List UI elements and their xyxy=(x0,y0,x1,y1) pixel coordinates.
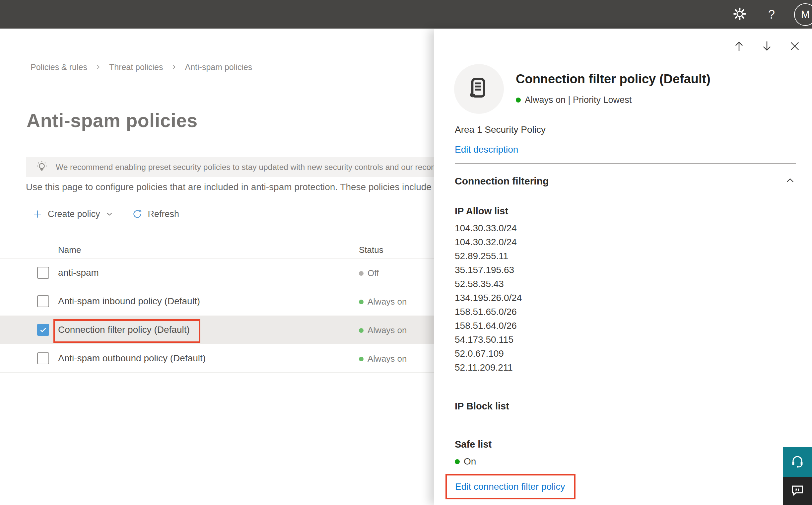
page-description: Use this page to configure policies that… xyxy=(26,182,431,192)
status-badge: Off xyxy=(359,268,379,278)
chevron-right-icon xyxy=(171,62,177,72)
next-item-button[interactable] xyxy=(759,38,775,54)
table-row[interactable]: Anti-spam inbound policy (Default) Alway… xyxy=(0,287,435,316)
status-label: Always on xyxy=(368,354,407,364)
flyout-title: Connection filter policy (Default) xyxy=(516,72,710,86)
status-badge: Always on xyxy=(359,297,407,307)
column-header-name[interactable]: Name xyxy=(58,245,81,255)
close-button[interactable] xyxy=(787,38,803,54)
refresh-label: Refresh xyxy=(148,209,179,219)
gear-icon xyxy=(733,7,747,22)
status-dot-on xyxy=(359,328,364,333)
ip-entry: 52.89.255.11 xyxy=(455,249,522,263)
settings-button[interactable] xyxy=(729,4,750,25)
breadcrumb-threat-policies[interactable]: Threat policies xyxy=(109,62,163,72)
refresh-button[interactable]: Refresh xyxy=(132,209,179,219)
table-row[interactable]: anti-spam Off xyxy=(0,259,435,287)
feedback-button[interactable] xyxy=(783,477,812,505)
ip-entry: 134.195.26.0/24 xyxy=(455,291,522,305)
page-title: Anti-spam policies xyxy=(26,110,198,131)
recommendation-banner: We recommend enabling preset security po… xyxy=(26,157,435,177)
ip-entry: 52.58.35.43 xyxy=(455,277,522,291)
lightbulb-icon xyxy=(35,160,48,175)
status-dot-off xyxy=(359,271,364,276)
divider xyxy=(455,163,796,164)
policy-description: Area 1 Security Policy xyxy=(455,125,546,135)
headset-icon xyxy=(790,454,805,470)
ip-block-list-label: IP Block list xyxy=(455,401,509,412)
policy-name[interactable]: Anti-spam inbound policy (Default) xyxy=(58,296,200,307)
ip-entry: 104.30.33.0/24 xyxy=(455,221,522,235)
status-dot-on xyxy=(455,459,460,464)
plus-icon xyxy=(32,209,42,219)
chevron-up-icon xyxy=(785,175,796,187)
flyout-header-text: Connection filter policy (Default) Alway… xyxy=(516,64,710,114)
policy-name[interactable]: anti-spam xyxy=(58,268,99,278)
row-checkbox-checked[interactable] xyxy=(37,324,49,336)
ip-entry: 35.157.195.63 xyxy=(455,263,522,277)
ip-entry: 52.11.209.211 xyxy=(455,361,522,375)
side-buttons xyxy=(783,447,812,505)
status-dot-on xyxy=(359,357,364,361)
avatar[interactable]: M xyxy=(794,3,812,26)
status-dot-on xyxy=(516,98,521,103)
create-policy-button[interactable]: Create policy xyxy=(32,209,114,219)
ip-entry: 52.0.67.109 xyxy=(455,347,522,361)
status-label: Always on xyxy=(368,297,407,307)
policy-avatar xyxy=(454,64,504,114)
table-header: Name Status xyxy=(0,244,435,259)
feedback-icon xyxy=(790,483,805,499)
policy-name[interactable]: Anti-spam outbound policy (Default) xyxy=(58,353,206,364)
flyout-header: Connection filter policy (Default) Alway… xyxy=(454,64,710,114)
section-title: Connection filtering xyxy=(455,176,549,187)
previous-item-button[interactable] xyxy=(731,38,747,54)
safe-list-status-text: On xyxy=(464,456,476,467)
avatar-initial: M xyxy=(801,8,810,21)
support-button[interactable] xyxy=(783,447,812,477)
ip-entry: 158.51.64.0/26 xyxy=(455,319,522,333)
flyout-status-text: Always on | Priority Lowest xyxy=(525,95,632,105)
section-connection-filtering[interactable]: Connection filtering xyxy=(455,175,796,187)
toolbar: Create policy Refresh xyxy=(32,206,179,222)
status-badge: Always on xyxy=(359,354,407,364)
table-row-selected[interactable]: Connection filter policy (Default) Alway… xyxy=(0,316,435,344)
highlight-box: Edit connection filter policy xyxy=(445,474,576,499)
breadcrumb-anti-spam-policies: Anti-spam policies xyxy=(185,62,252,72)
policy-table: Name Status anti-spam Off Anti-spam inbo… xyxy=(0,244,435,373)
row-checkbox[interactable] xyxy=(37,295,49,307)
edit-description-link[interactable]: Edit description xyxy=(455,144,518,155)
details-flyout: Connection filter policy (Default) Alway… xyxy=(434,29,812,505)
help-icon: ? xyxy=(768,8,775,22)
ip-entry: 158.51.65.0/26 xyxy=(455,305,522,319)
chevron-right-icon xyxy=(95,62,101,72)
ip-allow-list-label: IP Allow list xyxy=(455,206,508,217)
status-label: Off xyxy=(368,268,379,278)
breadcrumb-policies-rules[interactable]: Policies & rules xyxy=(30,62,87,72)
row-checkbox[interactable] xyxy=(37,352,49,364)
help-button[interactable]: ? xyxy=(761,4,782,25)
ip-entry: 54.173.50.115 xyxy=(455,333,522,347)
refresh-icon xyxy=(132,209,143,219)
table-row[interactable]: Anti-spam outbound policy (Default) Alwa… xyxy=(0,344,435,373)
safe-list-status: On xyxy=(455,456,476,467)
main-content: Policies & rules Threat policies Anti-sp… xyxy=(0,29,435,505)
topbar-icons: ? M xyxy=(729,0,812,29)
create-policy-label: Create policy xyxy=(48,209,100,219)
ip-entry: 104.30.32.0/24 xyxy=(455,235,522,249)
status-badge: Always on xyxy=(359,325,407,335)
status-dot-on xyxy=(359,300,364,304)
policy-name[interactable]: Connection filter policy (Default) xyxy=(58,325,190,335)
policy-scroll-icon xyxy=(466,75,492,103)
status-label: Always on xyxy=(368,325,407,335)
flyout-status: Always on | Priority Lowest xyxy=(516,95,710,105)
breadcrumb: Policies & rules Threat policies Anti-sp… xyxy=(30,62,252,72)
banner-text: We recommend enabling preset security po… xyxy=(56,163,435,172)
column-header-status[interactable]: Status xyxy=(359,245,383,255)
screen: ? M Policies & rules Threat policies Ant… xyxy=(0,0,812,505)
chevron-down-icon xyxy=(106,210,114,218)
ip-allow-list: 104.30.33.0/24 104.30.32.0/24 52.89.255.… xyxy=(455,221,522,375)
edit-connection-filter-policy-link[interactable]: Edit connection filter policy xyxy=(455,481,565,492)
flyout-nav xyxy=(731,38,803,54)
row-checkbox[interactable] xyxy=(37,267,49,279)
topbar: ? M xyxy=(0,0,812,29)
